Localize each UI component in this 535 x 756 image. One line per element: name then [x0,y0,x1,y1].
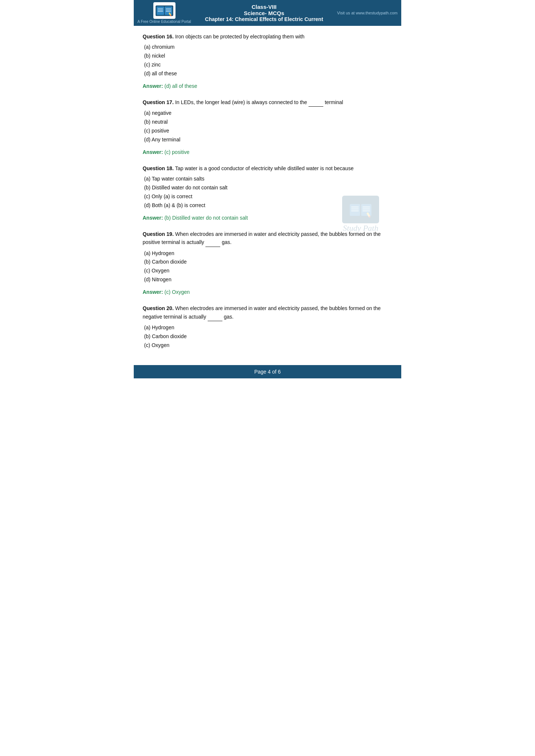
question-19-label: Question 19. [143,231,174,237]
q19-option-b: (b) Carbon dioxide [143,258,392,267]
page-footer: Page 4 of 6 [134,365,401,378]
svg-rect-3 [164,6,165,16]
question-17-block: Question 17. In LEDs, the longer lead (w… [143,98,392,156]
q17-blank [309,98,323,107]
q16-option-d: (d) all of these [143,69,392,78]
question-20-block: Question 20. When electrodes are immerse… [143,304,392,350]
q20-option-b: (b) Carbon dioxide [143,332,392,341]
q17-answer: Answer: (c) positive [143,148,392,156]
question-20-label: Question 20. [143,305,174,311]
svg-rect-2 [165,7,172,15]
subject-label: Science- MCQs [195,10,333,16]
svg-rect-1 [157,7,164,15]
q19-option-a: (a) Hydrogen [143,249,392,258]
q20-option-a: (a) Hydrogen [143,323,392,332]
q20-blank [208,313,222,321]
page-header: A Free Online Educational Portal Class-V… [134,0,401,26]
chapter-label: Chapter 14: Chemical Effects of Electric… [195,16,333,22]
question-20-text: Question 20. When electrodes are immerse… [143,304,392,321]
q17-option-c: (c) positive [143,127,392,135]
main-content: Question 16. Iron objects can be protect… [134,26,401,361]
q16-option-b: (b) nickel [143,52,392,61]
q20-option-c: (c) Oxygen [143,341,392,350]
q18-answer: Answer: (b) Distilled water do not conta… [143,214,392,222]
question-16-block: Question 16. Iron objects can be protect… [143,32,392,90]
question-18-label: Question 18. [143,165,174,171]
portal-tagline: A Free Online Educational Portal [137,20,191,24]
question-18-text: Question 18. Tap water is a good conduct… [143,164,392,172]
q16-answer: Answer: (d) all of these [143,82,392,90]
q17-option-a: (a) negative [143,109,392,118]
class-label: Class-VIII [195,4,333,10]
logo-image [153,2,176,19]
q18-option-d: (d) Both (a) & (b) is correct [143,201,392,210]
q19-option-d: (d) Nitrogen [143,275,392,284]
q19-answer: Answer: (c) Oxygen [143,288,392,296]
q18-option-c: (c) Only (a) is correct [143,192,392,201]
page-number: Page 4 of 6 [254,369,281,375]
question-19-text: Question 19. When electrodes are immerse… [143,230,392,247]
question-17-text: Question 17. In LEDs, the longer lead (w… [143,98,392,107]
q16-option-a: (a) chromium [143,43,392,52]
q19-answer-label: Answer: [143,289,163,295]
header-title-area: Class-VIII Science- MCQs Chapter 14: Che… [195,4,333,22]
question-18-block: Question 18. Tap water is a good conduct… [143,164,392,222]
q17-option-b: (b) neutral [143,118,392,127]
website-label: Visit us at www.thestudypath.com [337,11,398,15]
logo-area: A Free Online Educational Portal [137,2,191,24]
question-16-text: Question 16. Iron objects can be protect… [143,32,392,41]
q19-option-c: (c) Oxygen [143,267,392,275]
question-16-label: Question 16. [143,34,174,39]
question-19-block: Question 19. When electrodes are immerse… [143,230,392,296]
question-17-label: Question 17. [143,99,174,105]
q16-answer-label: Answer: [143,83,163,89]
q18-option-a: (a) Tap water contain salts [143,175,392,183]
q18-answer-label: Answer: [143,215,163,221]
q16-option-c: (c) zinc [143,61,392,69]
q19-blank [205,238,220,247]
q18-option-b: (b) Distilled water do not contain salt [143,183,392,192]
q17-option-d: (d) Any terminal [143,135,392,144]
q17-answer-label: Answer: [143,149,163,155]
